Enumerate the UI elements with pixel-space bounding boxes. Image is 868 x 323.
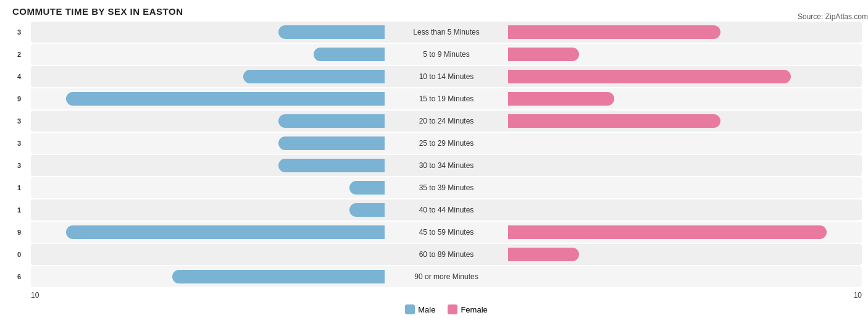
right-section: 6 — [508, 22, 862, 43]
axis-labels: 10 10 — [12, 288, 868, 302]
right-section: 0 — [508, 177, 862, 198]
male-value: 9 — [17, 229, 21, 236]
male-bar — [278, 25, 385, 39]
chart-row: 9 15 to 19 Minutes 3 — [31, 88, 862, 109]
left-section: 9 — [31, 222, 385, 243]
chart-row: 3 Less than 5 Minutes 6 — [31, 22, 862, 43]
left-section: 1 — [31, 177, 385, 198]
male-bar — [172, 270, 385, 283]
chart-row: 3 25 to 29 Minutes 0 — [31, 133, 862, 154]
legend-male-label: Male — [418, 305, 435, 314]
left-section: 3 — [31, 22, 385, 43]
female-bar — [508, 114, 720, 128]
male-value: 1 — [17, 184, 21, 191]
left-section: 2 — [31, 44, 385, 65]
chart-row: 3 20 to 24 Minutes 6 — [31, 111, 862, 132]
left-section: 6 — [31, 266, 385, 287]
right-section: 2 — [508, 44, 862, 65]
source-label: Source: ZipAtlas.com — [798, 12, 868, 21]
male-bar — [66, 225, 385, 239]
bar-container: 3 Less than 5 Minutes 6 — [31, 22, 862, 43]
bar-container: 3 30 to 34 Minutes 0 — [31, 155, 862, 176]
row-label: 60 to 89 Minutes — [385, 250, 508, 259]
male-value: 3 — [17, 117, 21, 125]
right-section: 9 — [508, 222, 862, 243]
male-bar — [349, 203, 385, 217]
legend-male-box — [405, 304, 415, 314]
female-bar — [508, 48, 579, 61]
male-value: 6 — [17, 273, 21, 280]
male-bar — [278, 159, 385, 172]
right-section: 8 — [508, 66, 862, 87]
axis-right: 10 — [854, 291, 862, 300]
left-section: 4 — [31, 66, 385, 87]
legend: Male Female — [12, 304, 868, 314]
male-value: 3 — [17, 28, 21, 36]
row-label: 35 to 39 Minutes — [385, 183, 508, 192]
male-value: 1 — [17, 206, 21, 214]
left-section: 3 — [31, 155, 385, 176]
right-section: 0 — [508, 133, 862, 154]
female-bar — [508, 92, 614, 106]
male-value: 2 — [17, 51, 21, 58]
chart-row: 3 30 to 34 Minutes 0 — [31, 155, 862, 176]
female-bar — [508, 70, 791, 83]
row-label: 90 or more Minutes — [385, 272, 508, 281]
bar-container: 3 20 to 24 Minutes 6 — [31, 111, 862, 132]
male-bar — [278, 136, 385, 150]
male-bar — [243, 70, 385, 83]
row-label: 40 to 44 Minutes — [385, 206, 508, 214]
male-bar — [349, 181, 385, 195]
chart-row: 4 10 to 14 Minutes 8 — [31, 66, 862, 87]
female-bar — [508, 25, 720, 39]
left-section: 3 — [31, 133, 385, 154]
chart-row: 0 60 to 89 Minutes 2 — [31, 244, 862, 265]
chart-row: 1 35 to 39 Minutes 0 — [31, 177, 862, 198]
male-value: 4 — [17, 73, 21, 80]
chart-title: COMMUTE TIME BY SEX IN EASTON — [12, 6, 868, 17]
row-label: 10 to 14 Minutes — [385, 72, 508, 81]
row-label: 30 to 34 Minutes — [385, 161, 508, 170]
right-section: 6 — [508, 111, 862, 132]
male-bar — [314, 48, 385, 61]
chart-row: 9 45 to 59 Minutes 9 — [31, 222, 862, 243]
row-label: 5 to 9 Minutes — [385, 50, 508, 59]
male-bar — [66, 92, 385, 106]
row-label: 25 to 29 Minutes — [385, 139, 508, 148]
male-value: 3 — [17, 162, 21, 169]
legend-female: Female — [448, 304, 487, 314]
bar-container: 3 25 to 29 Minutes 0 — [31, 133, 862, 154]
left-section: 9 — [31, 88, 385, 109]
right-section: 0 — [508, 155, 862, 176]
right-section: 0 — [508, 199, 862, 220]
female-bar — [508, 225, 827, 239]
right-section: 3 — [508, 88, 862, 109]
bar-container: 1 35 to 39 Minutes 0 — [31, 177, 862, 198]
bar-container: 1 40 to 44 Minutes 0 — [31, 199, 862, 220]
male-value: 3 — [17, 140, 21, 147]
female-bar — [508, 248, 579, 261]
row-label: 15 to 19 Minutes — [385, 94, 508, 103]
bar-container: 9 45 to 59 Minutes 9 — [31, 222, 862, 243]
right-section: 0 — [508, 266, 862, 287]
row-label: 45 to 59 Minutes — [385, 228, 508, 237]
left-section: 0 — [31, 244, 385, 265]
row-label: Less than 5 Minutes — [385, 28, 508, 36]
right-section: 2 — [508, 244, 862, 265]
male-value: 9 — [17, 95, 21, 103]
bar-container: 9 15 to 19 Minutes 3 — [31, 88, 862, 109]
legend-female-label: Female — [461, 305, 487, 314]
row-label: 20 to 24 Minutes — [385, 117, 508, 125]
left-section: 3 — [31, 111, 385, 132]
legend-male: Male — [405, 304, 435, 314]
chart-area: 3 Less than 5 Minutes 6 2 — [12, 22, 868, 287]
bar-container: 2 5 to 9 Minutes 2 — [31, 44, 862, 65]
bar-container: 0 60 to 89 Minutes 2 — [31, 244, 862, 265]
chart-row: 2 5 to 9 Minutes 2 — [31, 44, 862, 65]
bar-container: 6 90 or more Minutes 0 — [31, 266, 862, 287]
bar-container: 4 10 to 14 Minutes 8 — [31, 66, 862, 87]
male-bar — [278, 114, 385, 128]
left-section: 1 — [31, 199, 385, 220]
chart-row: 1 40 to 44 Minutes 0 — [31, 199, 862, 220]
legend-female-box — [448, 304, 457, 314]
